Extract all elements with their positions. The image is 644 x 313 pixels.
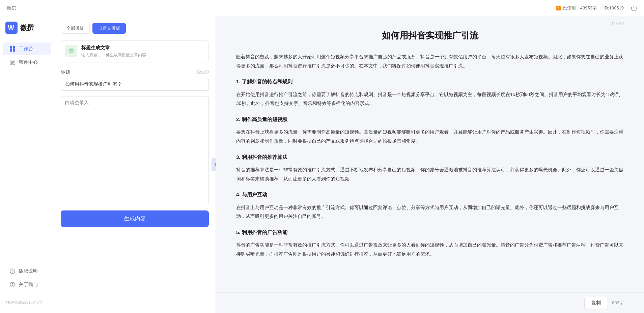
section-3-content: 抖音的推荐算法是一种非常有效的推广引流方式。通过不断地发布和分享自己的短视频，你… <box>236 165 624 183</box>
main-layout: W 微撰 工作台 <box>0 16 644 313</box>
sidebar-item-label-drafts: 稿件中心 <box>19 59 38 65</box>
sidebar-item-label-about: 关于我们 <box>19 282 38 288</box>
template-description: 输入标题，一键生成高质量文章内容 <box>81 52 146 58</box>
topbar-usage: 已使用：43953字 <box>556 5 597 11</box>
title-input[interactable] <box>61 78 209 91</box>
sidebar-item-label-workbench: 工作台 <box>19 46 33 52</box>
workbench-icon <box>9 46 16 52</box>
section-4-heading: 4. 与用户互动 <box>236 190 624 200</box>
article-section-3: 3. 利用抖音的推荐算法 抖音的推荐算法是一种非常有效的推广引流方式。通过不断地… <box>236 152 624 183</box>
logo: W 微撰 <box>0 22 54 42</box>
usage-text: 已使用：43953字 <box>563 5 597 11</box>
svg-rect-6 <box>13 49 15 52</box>
copyright-icon: © <box>9 268 16 274</box>
word-count: 693字 <box>612 300 624 306</box>
article-section-5: 5. 利用抖音的广告功能 抖音的广告功能是一种非常有效的推广引流方式。你可以通过… <box>236 228 624 259</box>
title-label-text: 标题 <box>61 69 70 75</box>
svg-rect-4 <box>13 46 15 49</box>
section-5-heading: 5. 利用抖音的广告功能 <box>236 228 624 237</box>
template-card-icon <box>65 45 77 57</box>
sidebar-item-about[interactable]: 关于我们 <box>3 278 51 291</box>
tab-custom[interactable]: 自定义模板 <box>92 23 126 34</box>
about-icon <box>9 282 16 288</box>
section-1-content: 在开始使用抖音进行推广引流之前，你需要了解抖音的特点和规则。抖音是一个短视频分享… <box>236 90 624 108</box>
sidebar-item-label-copyright: 版权说明 <box>19 268 38 274</box>
sidebar-item-drafts[interactable]: 稿件中心 <box>3 56 51 69</box>
svg-point-15 <box>12 283 13 284</box>
usage-icon <box>556 6 561 10</box>
nav-bottom: © 版权说明 关于我们 <box>0 264 54 297</box>
sidebar-item-copyright[interactable]: © 版权说明 <box>3 265 51 278</box>
section-2-heading: 2. 制作高质量的短视频 <box>236 115 624 124</box>
section-2-content: 要想在抖音上获得更多的流量，你需要制作高质量的短视频。高质量的短视频能够吸引更多… <box>236 127 624 145</box>
sidebar: W 微撰 工作台 <box>0 16 54 313</box>
intro-text: 随着抖音的普及，越来越多的人开始利用这个短视频分享平台来推广自己的产品或服务。抖… <box>236 52 624 70</box>
left-panel: 全部模板 自定义模板 标题生成文章 输入标题，一键生成高质量文章内容 标题 12… <box>54 16 216 313</box>
nav-items: 工作台 稿件中心 <box>0 42 54 264</box>
template-card[interactable]: 标题生成文章 输入标题，一键生成高质量文章内容 <box>61 40 209 62</box>
right-panel: 11/100 如何用抖音实现推广引流 随着抖音的普及，越来越多的人开始利用这个短… <box>216 16 644 292</box>
logo-text: 微撰 <box>20 23 34 32</box>
template-info: 标题生成文章 输入标题，一键生成高质量文章内容 <box>81 45 146 58</box>
power-button[interactable] <box>631 5 637 11</box>
section-1-heading: 1. 了解抖音的特点和规则 <box>236 77 624 87</box>
tab-bar: 全部模板 自定义模板 <box>61 23 209 34</box>
page-count: 11/100 <box>611 22 624 26</box>
title-form-label: 标题 12/100 <box>61 69 209 75</box>
tab-all[interactable]: 全部模板 <box>61 23 90 34</box>
svg-text:W: W <box>8 24 14 31</box>
generate-button[interactable]: 生成内容 <box>61 210 209 227</box>
copy-button[interactable]: 复制 <box>584 297 608 309</box>
article-intro: 随着抖音的普及，越来越多的人开始利用这个短视频分享平台来推广自己的产品或服务。抖… <box>236 52 624 70</box>
article-body: 随着抖音的普及，越来越多的人开始利用这个短视频分享平台来推广自己的产品或服务。抖… <box>236 52 624 259</box>
article-section-4: 4. 与用户互动 在抖音上与用户互动是一种非常有效的推广引流方式。你可以通过回复… <box>236 190 624 221</box>
article-section-2: 2. 制作高质量的短视频 要想在抖音上获得更多的流量，你需要制作高质量的短视频。… <box>236 115 624 146</box>
topbar-right: 已使用：43953字 ID:100519 <box>556 5 637 11</box>
section-4-content: 在抖音上与用户互动是一种非常有效的推广引流方式。你可以通过回复评论、点赞、分享等… <box>236 203 624 221</box>
content-textarea[interactable] <box>61 96 209 204</box>
drafts-icon <box>9 59 16 65</box>
section-3-heading: 3. 利用抖音的推荐算法 <box>236 152 624 162</box>
svg-rect-5 <box>10 49 12 52</box>
topbar-id: ID:100519 <box>604 5 624 10</box>
topbar-title: 微撰 <box>7 5 16 11</box>
article-section-1: 1. 了解抖音的特点和规则 在开始使用抖音进行推广引流之前，你需要了解抖音的特点… <box>236 77 624 108</box>
article-title: 如何用抖音实现推广引流 <box>236 30 624 41</box>
template-title: 标题生成文章 <box>81 45 146 51</box>
section-5-content: 抖音的广告功能是一种非常有效的推广引流方式。你可以通过广告投放来让更多的人看到你… <box>236 240 624 258</box>
sidebar-item-workbench[interactable]: 工作台 <box>3 42 51 55</box>
collapse-handle[interactable] <box>212 158 216 171</box>
sidebar-footer: ©ICP备2022018946号 <box>0 297 54 308</box>
topbar: 微撰 已使用：43953字 ID:100519 <box>0 0 644 16</box>
title-count: 12/100 <box>196 70 209 75</box>
right-bottom-bar: 复制 693字 <box>216 292 644 313</box>
svg-rect-3 <box>10 46 12 49</box>
icp-text: ©ICP备2022018946号 <box>5 300 43 304</box>
svg-text:©: © <box>11 270 14 273</box>
